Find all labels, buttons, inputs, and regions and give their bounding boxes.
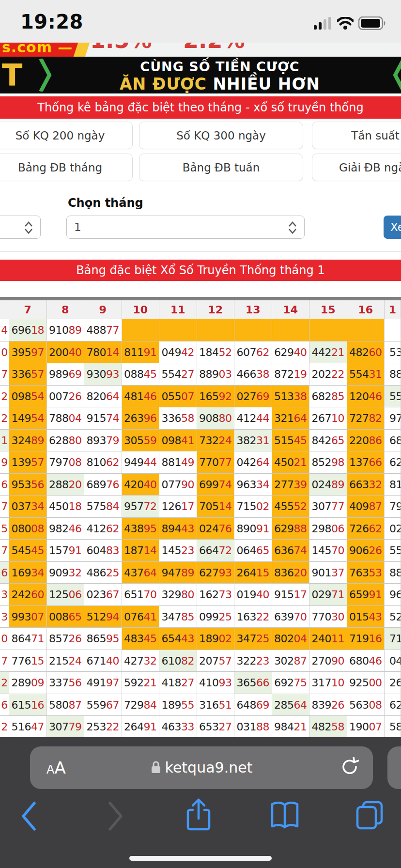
table-cell: 18714	[122, 540, 160, 562]
table-cell: 08008	[9, 518, 47, 540]
table-cell-clipped-left: 4	[0, 319, 9, 341]
table-cell: 48146	[122, 386, 160, 408]
table-cell: 18452	[197, 341, 235, 364]
table-cell: 09841	[159, 430, 197, 452]
forward-button[interactable]	[105, 800, 126, 834]
button-bang-db-tuan[interactable]: Bảng ĐB tuần	[139, 154, 303, 181]
table-cell: 62793	[197, 562, 235, 584]
table-cell: 95772	[122, 496, 160, 518]
table-cell	[159, 319, 197, 341]
table-cell: 46333	[159, 716, 197, 738]
ad-banner[interactable]: T CÙNG SỐ TIỀN CƯỢC ĂN ĐƯỢC NHIỀU HƠN	[0, 57, 401, 93]
button-tan-suat[interactable]: Tần suất	[312, 122, 401, 149]
table-cell: 24260	[9, 584, 47, 606]
table-cell: 62940	[272, 341, 310, 364]
table-row: 7037344501857584957721261770514715024555…	[0, 496, 401, 518]
table-cell-clipped-right: 58	[385, 716, 401, 738]
table-row: 2289093375649197592214182741093365666927…	[0, 672, 401, 694]
table-cell: 09854	[9, 386, 47, 408]
table-cell	[234, 319, 272, 341]
table-cell: 46638	[234, 363, 272, 386]
table-cell: 55967	[84, 694, 122, 716]
table-cell-clipped-left: 7	[0, 363, 9, 386]
share-icon[interactable]	[184, 797, 213, 835]
url-bar[interactable]: AA ketqua9.net	[30, 746, 373, 789]
view-button[interactable]: Xem	[384, 216, 401, 239]
table-cell: 72782	[347, 407, 385, 430]
year-select[interactable]	[0, 216, 41, 239]
table-cell-clipped-left: 2	[0, 407, 9, 430]
table-cell-clipped-right: 975	[385, 407, 401, 430]
button-bang-db-thang[interactable]: Bảng ĐB tháng	[0, 154, 133, 181]
table-cell: 70514	[197, 496, 235, 518]
table-row: 2516473077925322264914633365327031889842…	[0, 716, 401, 738]
reload-button[interactable]	[340, 756, 359, 779]
table-cell-clipped-right: 02	[385, 518, 401, 540]
tabs-icon[interactable]	[355, 800, 385, 832]
table-cell: 44221	[309, 341, 347, 364]
table-cell: 29806	[309, 518, 347, 540]
table-header-cell: 7	[9, 300, 47, 319]
table-cell: 12506	[47, 584, 85, 606]
table-cell-clipped-right: 622	[385, 694, 401, 716]
table-cell: 48260	[347, 341, 385, 364]
table-cell: 90137	[309, 562, 347, 584]
table-cell: 95356	[9, 474, 47, 496]
table-cell: 55431	[347, 363, 385, 386]
next-tab-peek[interactable]	[387, 746, 401, 789]
month-select[interactable]: 1	[66, 216, 305, 239]
table-cell: 09925	[197, 606, 235, 628]
table-cell: 60483	[84, 540, 122, 562]
bookmarks-icon[interactable]	[269, 801, 300, 832]
table-cell: 02971	[309, 584, 347, 606]
table-cell: 04942	[159, 341, 197, 364]
divider	[0, 251, 401, 252]
table-cell: 14954	[9, 407, 47, 430]
table-cell	[122, 319, 160, 341]
table-cell-clipped-left: 3	[0, 606, 9, 628]
table-cell: 42732	[122, 650, 160, 672]
table-cell: 25322	[84, 716, 122, 738]
table-cell: 13766	[347, 451, 385, 474]
table-cell-clipped-right: 520	[385, 606, 401, 628]
select-chevrons-icon	[287, 221, 298, 236]
table-cell-clipped-left: 9	[0, 451, 9, 474]
table-cell-clipped-left: 5	[0, 518, 9, 540]
table-cell-clipped-left: 2	[0, 672, 9, 694]
table-cell: 32223	[234, 650, 272, 672]
button-giai-db-ngay[interactable]: Giải ĐB ngày	[312, 154, 401, 181]
table-cell: 66472	[197, 540, 235, 562]
home-indicator[interactable]	[129, 856, 272, 861]
button-so-kq-200[interactable]: Sổ KQ 200 ngày	[0, 122, 133, 149]
lottery-table: 789101112131415161 469618910894887703959…	[0, 297, 401, 738]
table-cell: 28909	[9, 672, 47, 694]
ad-line1: CÙNG SỐ TIỀN CƯỢC	[53, 59, 386, 74]
back-button[interactable]	[18, 800, 40, 834]
table-cell: 68046	[347, 650, 385, 672]
table-cell-clipped-left: 3	[0, 584, 9, 606]
table-header-cell: 8	[47, 300, 85, 319]
button-so-kq-300[interactable]: Sổ KQ 300 ngày	[139, 122, 303, 149]
table-cell: 16273	[197, 584, 235, 606]
table-cell: 16322	[234, 606, 272, 628]
table-cell: 38231	[234, 430, 272, 452]
table-cell: 01940	[234, 584, 272, 606]
table-cell: 77030	[309, 606, 347, 628]
table-cell: 19007	[347, 716, 385, 738]
table-cell: 02769	[234, 386, 272, 408]
table-cell: 41262	[84, 518, 122, 540]
table-cell: 22086	[347, 430, 385, 452]
table-cell-clipped-right: 962	[385, 584, 401, 606]
table-cell: 69618	[9, 319, 47, 341]
table-header-cell: 10	[122, 300, 160, 319]
table-cell-clipped-left: 7	[0, 650, 9, 672]
table-cell: 32980	[159, 584, 197, 606]
table-cell: 72984	[122, 694, 160, 716]
table-cell: 82064	[84, 386, 122, 408]
promo-strip[interactable]: 1.5% 2.2% s.com —	[0, 43, 401, 57]
table-cell	[347, 319, 385, 341]
table-cell-clipped-left: 0	[0, 341, 9, 364]
cellular-signal-icon	[314, 17, 332, 31]
table-cell: 33657	[9, 363, 47, 386]
table-cell: 42040	[122, 474, 160, 496]
